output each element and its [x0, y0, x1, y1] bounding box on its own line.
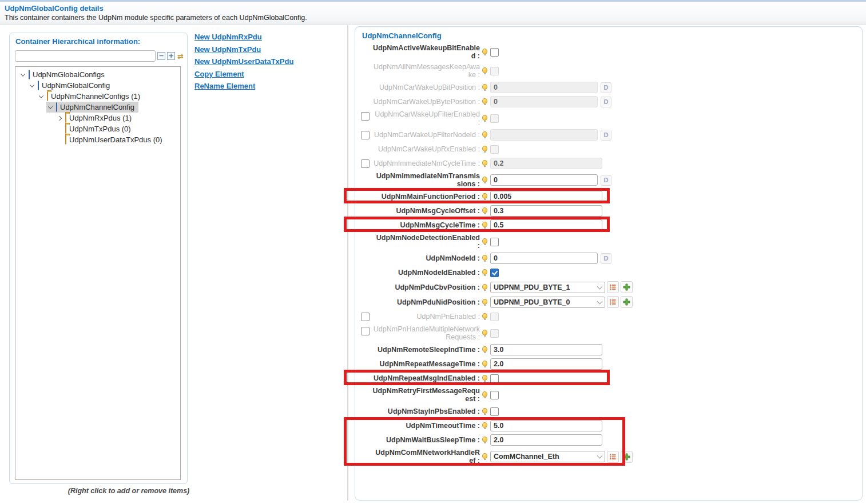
udpnmpducbvposition-add-ref-button[interactable] [621, 281, 633, 293]
chevron-down-icon[interactable] [48, 104, 53, 109]
udpnmretryfirstmessagerequest-label: UdpNmRetryFirstMessageRequest : [372, 387, 480, 403]
action-link-new-udpnmtxpdu[interactable]: New UdpNmTxPdu [194, 45, 309, 54]
udpnmpducbvposition-ref-list-button[interactable] [607, 281, 619, 293]
bulb-icon [482, 67, 487, 73]
param-row-udpnmpnhandlemultiplenetworkrequests: UdpNmPnHandleMultipleNetworkRequests : [360, 325, 657, 341]
udpnmstayinpbsenabled-label: UdpNmStayInPbsEnabled : [372, 407, 480, 415]
udpnmcarwakeupbitposition-label: UdpNmCarWakeUpBitPosition : [372, 83, 480, 91]
udpnmrepeatmsgindenabled-checkbox[interactable] [490, 374, 499, 383]
page-subtitle: This container containers the UdpNm modu… [5, 14, 307, 22]
tree-item-udpnmtxpdus-0[interactable]: UdpNmTxPdus (0) [15, 123, 180, 134]
tree-item-udpnmglobalconfigs[interactable]: UdpNmGlobalConfigs [15, 69, 180, 80]
udpnmretryfirstmessagerequest-checkbox[interactable] [490, 391, 499, 399]
action-link-copy-element[interactable]: Copy Element [194, 70, 309, 78]
udpnmimmediatenmcycletime-label: UdpNmImmediateNmCycleTime : [372, 159, 480, 167]
tree-item-inner[interactable]: UdpNmRxPdus (1) [55, 113, 136, 123]
folder-icon [65, 135, 66, 145]
tree-item-udpnmglobalconfig[interactable]: UdpNmGlobalConfig [15, 80, 180, 91]
udpnmpdunidposition-add-ref-button[interactable] [621, 296, 633, 308]
udpnmactivewakeupbitenabled-checkbox[interactable] [490, 48, 499, 57]
udpnmmsgcycletime-input[interactable] [490, 219, 602, 231]
udpnmmainfunctionperiod-label: UdpNmMainFunctionPeriod : [372, 193, 480, 201]
tree-item-label: UdpNmChannelConfigs (1) [51, 92, 140, 101]
sync-icon[interactable]: ⇄ [177, 53, 184, 60]
udpnmstayinpbsenabled-checkbox[interactable] [490, 407, 499, 416]
udpnmnodeidenabled-checkbox[interactable] [490, 269, 499, 277]
udpnmimmediatenmtransmissions-input[interactable] [490, 174, 598, 186]
udpnmcarwakeupbyteposition-default-button[interactable]: D [601, 97, 611, 107]
udpnmnodedetectionenabled-checkbox[interactable] [490, 238, 499, 246]
udpnmpnhandlemultiplenetworkrequests-enable-checkbox[interactable] [361, 327, 370, 335]
udpnmpnenabled-checkbox [490, 313, 499, 321]
udpnmpnenabled-enable-checkbox[interactable] [361, 313, 370, 321]
udpnmcommnetworkhandleref-dropdown-value: ComMChannel_Eth [494, 453, 559, 461]
param-row-udpnmstayinpbsenabled: UdpNmStayInPbsEnabled : [360, 406, 657, 417]
chevron-down-icon[interactable] [21, 71, 25, 76]
folder-icon [65, 113, 66, 123]
udpnmcommnetworkhandleref-dropdown[interactable]: ComMChannel_Eth [490, 451, 605, 462]
udpnmcarwakeupfilternodeid-enable-checkbox[interactable] [361, 131, 370, 139]
tree-item-udpnmchannelconfigs-1[interactable]: UdpNmChannelConfigs (1) [15, 91, 180, 102]
udpnmrepeatmessagetime-input[interactable] [490, 358, 602, 370]
expand-all-icon[interactable]: + [167, 52, 175, 60]
chevron-right-icon[interactable] [57, 115, 62, 120]
chevron-down-icon [597, 283, 603, 289]
tree-item-udpnmchannelconfig[interactable]: UdpNmChannelConfig [15, 102, 180, 113]
udpnmremotesleepindtime-input[interactable] [490, 344, 602, 355]
chevron-down-icon[interactable] [39, 93, 43, 98]
param-row-udpnmretryfirstmessagerequest: UdpNmRetryFirstMessageRequest : [360, 387, 657, 403]
udpnmnodeid-label: UdpNmNodeId : [372, 254, 480, 262]
param-row-udpnmcarwakeupbitposition: UdpNmCarWakeUpBitPosition :D [360, 82, 657, 93]
chevron-down-icon[interactable] [30, 82, 34, 87]
tree-item-inner[interactable]: UdpNmGlobalConfig [28, 80, 114, 91]
tree-item-inner[interactable]: UdpNmChannelConfigs (1) [37, 91, 144, 102]
udpnmpdunidposition-dropdown[interactable]: UDPNM_PDU_BYTE_0 [490, 297, 605, 308]
udpnmmainfunctionperiod-input[interactable] [490, 191, 602, 202]
tree-item-inner[interactable]: UdpNmChannelConfig [46, 102, 138, 113]
tree-item-udpnmrxpdus-1[interactable]: UdpNmRxPdus (1) [15, 113, 180, 123]
tree-item-label: UdpNmGlobalConfigs [33, 70, 105, 79]
udpnmnodeid-input[interactable] [490, 253, 598, 264]
param-row-udpnmimmediatenmtransmissions: UdpNmImmediateNmTransmissions :D [360, 172, 657, 188]
bulb-icon [482, 146, 487, 151]
action-link-new-udpnmrxpdu[interactable]: New UdpNmRxPdu [194, 33, 309, 41]
udpnmnodeid-default-button[interactable]: D [601, 253, 611, 264]
param-row-udpnmmainfunctionperiod: UdpNmMainFunctionPeriod : [360, 191, 657, 202]
collapse-all-icon[interactable]: − [157, 52, 165, 60]
udpnmimmediatenmcycletime-enable-checkbox[interactable] [361, 159, 370, 168]
bulb-icon [482, 84, 487, 90]
tree-search-input[interactable] [15, 50, 156, 62]
action-link-new-udpnmuserdatatxpdu[interactable]: New UdpNmUserDataTxPdu [194, 57, 309, 66]
bulb-icon [482, 408, 487, 414]
folder-icon [65, 124, 66, 134]
bulb-icon [482, 269, 487, 275]
detail-panel: UdpNmChannelConfig UdpNmActiveWakeupBitE… [355, 26, 863, 501]
panel-separator [347, 25, 348, 501]
tree-item-inner[interactable]: UdpNmUserDataTxPdus (0) [55, 134, 166, 145]
udpnmmsgcycleoffset-input[interactable] [490, 205, 602, 217]
udpnmcommnetworkhandleref-add-ref-button[interactable] [621, 451, 633, 463]
udpnmimmediatenmtransmissions-default-button[interactable]: D [601, 175, 611, 186]
udpnmnodedetectionenabled-label: UdpNmNodeDetectionEnabled : [372, 234, 480, 250]
udpnmcarwakeupbitposition-input [490, 82, 598, 93]
tree-item-udpnmuserdatatxpdus-0[interactable]: UdpNmUserDataTxPdus (0) [15, 134, 180, 145]
udpnmcommnetworkhandleref-ref-list-button[interactable] [607, 451, 619, 463]
udpnmpducbvposition-dropdown[interactable]: UDPNM_PDU_BYTE_1 [490, 282, 605, 293]
hierarchy-tree: UdpNmGlobalConfigsUdpNmGlobalConfigUdpNm… [15, 66, 181, 480]
udpnmcarwakeupbitposition-default-button[interactable]: D [601, 82, 611, 93]
bulb-icon [482, 346, 487, 352]
param-row-udpnmwaitbussleeptime: UdpNmWaitBusSleepTime : [360, 434, 657, 446]
bulb-icon [482, 177, 487, 182]
param-row-udpnmmsgcycleoffset: UdpNmMsgCycleOffset : [360, 205, 657, 217]
udpnmcarwakeupfilterenabled-enable-checkbox[interactable] [361, 112, 370, 121]
udpnmwaitbussleeptime-input[interactable] [490, 434, 602, 446]
bulb-icon [482, 391, 487, 397]
udpnmpducbvposition-dropdown-value: UDPNM_PDU_BYTE_1 [494, 283, 570, 291]
tree-item-inner[interactable]: UdpNmTxPdus (0) [55, 123, 135, 134]
udpnmpdunidposition-ref-list-button[interactable] [607, 296, 619, 308]
tree-item-inner[interactable]: UdpNmGlobalConfigs [19, 69, 109, 80]
udpnmtimeouttime-input[interactable] [490, 420, 602, 431]
action-link-rename-element[interactable]: ReName Element [194, 82, 309, 90]
udpnmcarwakeupfilternodeid-default-button[interactable]: D [601, 130, 611, 141]
bulb-icon [482, 115, 487, 121]
